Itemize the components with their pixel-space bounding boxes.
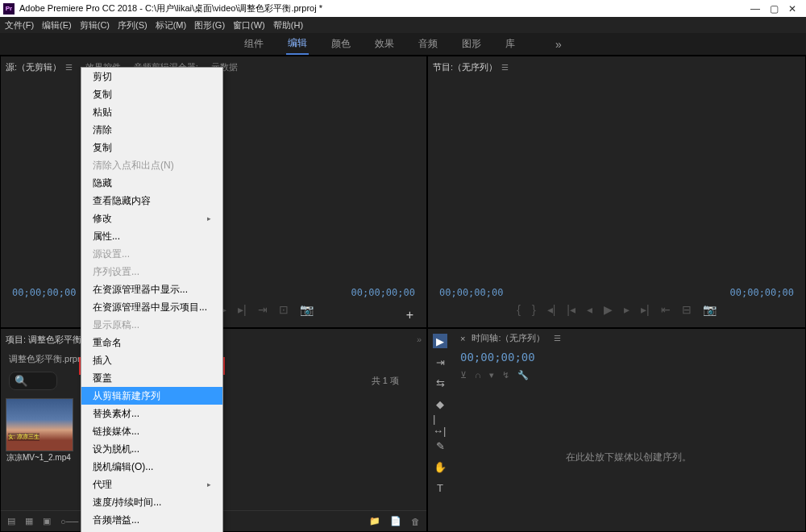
- titlebar: Pr Adobe Premiere Pro CC 2018 - C:\用户\li…: [0, 0, 806, 17]
- ws-tab-graphics[interactable]: 图形: [460, 34, 483, 54]
- ripple-edit-tool-icon[interactable]: ⇆: [433, 376, 447, 390]
- step-back-icon[interactable]: ◂|: [547, 303, 556, 316]
- project-search-input[interactable]: [9, 372, 57, 390]
- menu-marker[interactable]: 标记(M): [156, 19, 187, 31]
- clip-thumbnail[interactable]: 女: 凉凉三生 凉凉MV~1_2.mp4: [6, 398, 73, 451]
- razor-tool-icon[interactable]: ◆: [433, 397, 447, 411]
- ctx-item[interactable]: 速度/持续时间...: [81, 493, 222, 511]
- hand-tool-icon[interactable]: ✋: [433, 459, 447, 474]
- ctx-item[interactable]: 重命名: [81, 334, 222, 351]
- maximize-button[interactable]: ▢: [770, 3, 779, 15]
- slip-tool-icon[interactable]: |↔|: [433, 418, 447, 432]
- step-fwd-frame-icon[interactable]: ▸: [624, 303, 629, 316]
- ctx-item[interactable]: 修改: [81, 210, 222, 227]
- overwrite-icon[interactable]: ⊡: [279, 303, 289, 316]
- link-icon[interactable]: ∩: [475, 370, 481, 380]
- ws-tab-audio[interactable]: 音频: [417, 34, 439, 54]
- ws-tab-libraries[interactable]: 库: [504, 34, 517, 54]
- menu-edit[interactable]: 编辑(E): [42, 19, 72, 31]
- ctx-item[interactable]: 粘贴: [81, 103, 222, 121]
- ctx-item[interactable]: 脱机编辑(O)...: [81, 458, 222, 476]
- settings-icon[interactable]: ↯: [502, 370, 509, 380]
- ws-more-button[interactable]: »: [554, 35, 563, 54]
- ctx-item[interactable]: 复制: [81, 85, 222, 103]
- wrench-icon[interactable]: 🔧: [517, 370, 529, 380]
- panel-overflow-icon[interactable]: »: [417, 335, 422, 344]
- panel-menu-icon[interactable]: ☰: [554, 334, 561, 343]
- ws-tab-effects[interactable]: 效果: [373, 34, 396, 54]
- context-menu: 剪切复制粘贴清除复制清除入点和出点(N)隐藏查看隐藏内容修改属性...源设置..…: [81, 67, 223, 532]
- snap-icon[interactable]: ⊻: [460, 370, 467, 380]
- ctx-item: 源设置...: [81, 245, 222, 263]
- new-item-icon[interactable]: 📄: [390, 516, 401, 526]
- pen-tool-icon[interactable]: ✎: [433, 438, 447, 453]
- delete-icon[interactable]: 🗑: [411, 517, 420, 526]
- ctx-item[interactable]: 覆盖: [81, 369, 222, 387]
- marker-add-icon[interactable]: ▾: [489, 370, 494, 380]
- clip-overlay-text: 女: 凉凉三生: [8, 433, 39, 441]
- ctx-item[interactable]: 音频增益...: [81, 511, 222, 529]
- track-select-tool-icon[interactable]: ⇥: [433, 355, 447, 369]
- play-icon[interactable]: ▶: [604, 303, 613, 316]
- mark-out-icon[interactable]: }: [532, 303, 536, 316]
- ws-tab-editing[interactable]: 编辑: [286, 33, 309, 55]
- menubar: 文件(F) 编辑(E) 剪辑(C) 序列(S) 标记(M) 图形(G) 窗口(W…: [0, 17, 806, 33]
- ctx-item[interactable]: 复制: [81, 139, 222, 156]
- step-back-frame-icon[interactable]: ◂: [587, 303, 592, 316]
- list-view-icon[interactable]: ▤: [7, 516, 15, 526]
- type-tool-icon[interactable]: T: [433, 480, 447, 495]
- freeform-view-icon[interactable]: ▣: [43, 516, 51, 526]
- project-tab[interactable]: 项目: 调整色彩平衡: [6, 334, 81, 346]
- button-editor-icon[interactable]: +: [406, 308, 413, 322]
- ctx-item: 序列设置...: [81, 263, 222, 281]
- timeline-empty-message: 在此处放下媒体以创建序列。: [452, 384, 805, 531]
- ctx-item[interactable]: 查看隐藏内容: [81, 192, 222, 210]
- ctx-item[interactable]: 设为脱机...: [81, 440, 222, 458]
- go-to-out-icon[interactable]: ▸|: [641, 303, 650, 316]
- close-icon[interactable]: ×: [460, 334, 465, 343]
- mark-in-icon[interactable]: {: [517, 303, 521, 316]
- ws-tab-assembly[interactable]: 组件: [243, 34, 265, 54]
- go-to-out-icon[interactable]: ▸|: [238, 303, 247, 316]
- panel-menu-icon[interactable]: ☰: [63, 63, 73, 72]
- menu-help[interactable]: 帮助(H): [273, 19, 303, 31]
- tools-panel: ▶ ⇥ ⇆ ◆ |↔| ✎ ✋ T: [428, 329, 452, 531]
- menu-file[interactable]: 文件(F): [5, 19, 34, 31]
- program-transport: { } ◂| |◂ ◂ ▶ ▸ ▸| ⇤ ⊟ 📷: [428, 298, 805, 321]
- ctx-item[interactable]: 链接媒体...: [81, 422, 222, 440]
- ctx-item[interactable]: 插入: [81, 351, 222, 369]
- selection-tool-icon[interactable]: ▶: [433, 334, 447, 348]
- panel-menu-icon[interactable]: ☰: [499, 63, 509, 72]
- close-button[interactable]: ✕: [788, 3, 796, 15]
- export-frame-icon[interactable]: 📷: [703, 303, 717, 316]
- ws-tab-color[interactable]: 颜色: [330, 34, 352, 54]
- ctx-item[interactable]: 属性...: [81, 227, 222, 245]
- ctx-item[interactable]: 在资源管理器中显示项目...: [81, 298, 222, 316]
- insert-icon[interactable]: ⇥: [258, 303, 268, 316]
- zoom-slider[interactable]: ○──: [60, 517, 78, 526]
- menu-sequence[interactable]: 序列(S): [118, 19, 147, 31]
- go-to-in-icon[interactable]: |◂: [567, 303, 575, 316]
- program-tab[interactable]: 节目:（无序列） ☰: [433, 61, 509, 73]
- export-frame-icon[interactable]: 📷: [300, 303, 314, 316]
- timeline-title: 时间轴:（无序列）: [472, 332, 545, 344]
- lift-icon[interactable]: ⇤: [661, 303, 671, 316]
- ctx-item[interactable]: 隐藏: [81, 174, 222, 192]
- ctx-item: 禁用主剪辑效果: [81, 529, 222, 532]
- source-tab[interactable]: 源:（无剪辑） ☰: [6, 61, 73, 73]
- icon-view-icon[interactable]: ▦: [25, 516, 33, 526]
- menu-graphics[interactable]: 图形(G): [194, 19, 225, 31]
- program-tc-right: 00;00;00;00: [730, 287, 794, 298]
- ctx-item[interactable]: 从剪辑新建序列: [81, 387, 222, 405]
- menu-window[interactable]: 窗口(W): [233, 19, 265, 31]
- menu-clip[interactable]: 剪辑(C): [80, 19, 110, 31]
- new-bin-icon[interactable]: 📁: [369, 516, 380, 526]
- ctx-item[interactable]: 代理: [81, 476, 222, 493]
- ctx-item[interactable]: 清除: [81, 121, 222, 139]
- minimize-button[interactable]: —: [750, 3, 760, 15]
- ctx-item[interactable]: 剪切: [81, 68, 222, 85]
- ctx-item[interactable]: 在资源管理器中显示...: [81, 281, 222, 298]
- extract-icon[interactable]: ⊟: [682, 303, 692, 316]
- ctx-item[interactable]: 替换素材...: [81, 405, 222, 422]
- timeline-timecode[interactable]: 00;00;00;00: [452, 347, 805, 367]
